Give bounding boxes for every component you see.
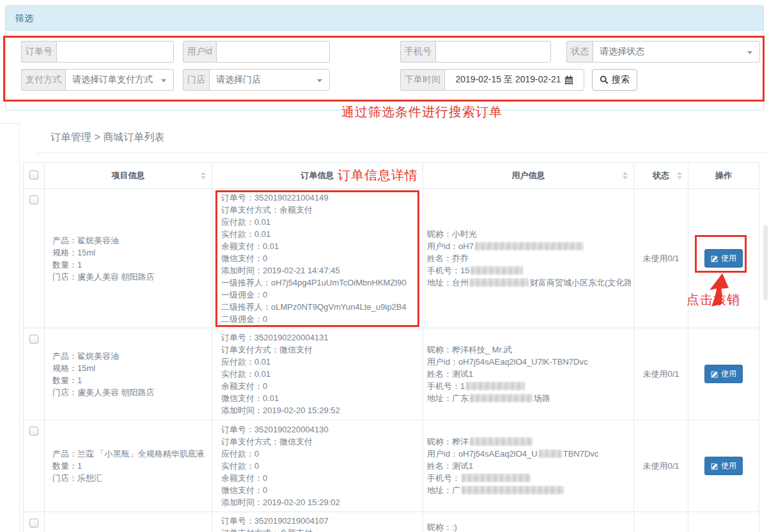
header-project-info[interactable]: 项目信息 bbox=[45, 163, 212, 189]
pay-method-label: 支付方式 bbox=[21, 69, 65, 91]
table-row: 产品：鲨烷美容油规格：15ml数量：1门店：虞美人美容 朝阳路店 订单号：352… bbox=[24, 189, 759, 328]
scrollbar-thumb[interactable] bbox=[763, 225, 768, 300]
order-admin-page: 筛选 订单号 用户id 手机号 状态 请选择状态 bbox=[0, 0, 769, 532]
edit-icon bbox=[711, 462, 719, 470]
row-checkbox[interactable] bbox=[29, 519, 38, 528]
content-panel: 订单管理 > 商城订单列表 项目信息 订单信息 bbox=[19, 123, 769, 532]
table-row: 订单号：3520190219004107订单支付方式：余额支付 昵称：:) bbox=[24, 512, 759, 532]
user-id-label: 用户id bbox=[183, 41, 216, 63]
select-all-cell bbox=[24, 163, 45, 189]
filter-panel: 筛选 订单号 用户id 手机号 状态 请选择状态 bbox=[5, 5, 764, 110]
user-info-cell: 昵称：桦洋用户id：oH7j54sAEaq2lO4_UTBN7Dvc姓名：测试1… bbox=[423, 420, 634, 512]
header-action: 操作 bbox=[688, 163, 759, 189]
calendar-icon bbox=[564, 75, 573, 85]
status-cell bbox=[634, 512, 688, 532]
redacted-text bbox=[470, 266, 523, 275]
user-info-cell: 昵称：小时光用户id：oH7姓名：乔乔手机号：15地址：台州财富商贸城小区东北(… bbox=[423, 189, 634, 328]
store-select[interactable]: 请选择门店 bbox=[209, 69, 330, 91]
order-time-input[interactable]: 2019-02-15 至 2019-02-21 bbox=[444, 69, 584, 91]
filter-group-pay-method: 支付方式 请选择订单支付方式 bbox=[21, 69, 174, 91]
table-row: 产品：兰蔻 「小黑瓶」全规格精华肌底液数量：1门店：乐想汇 订单号：352019… bbox=[24, 420, 759, 512]
use-button[interactable]: 使用 bbox=[704, 365, 743, 383]
project-info-cell: 产品：鲨烷美容油规格：15ml数量：1门店：虞美人美容 朝阳路店 bbox=[45, 328, 212, 420]
store-select-value: 请选择门店 bbox=[216, 74, 261, 86]
filter-panel-body: 订单号 用户id 手机号 状态 请选择状态 支付方式 bbox=[6, 31, 763, 110]
order-info-cell: 订单号：3520190220004131订单支付方式：微信支付应付款：0.01实… bbox=[212, 328, 423, 420]
filter-group-store: 门店 请选择门店 bbox=[183, 69, 330, 91]
use-button[interactable]: 使用 bbox=[704, 249, 743, 268]
order-time-label: 下单时间 bbox=[400, 69, 444, 91]
search-button[interactable]: 搜索 bbox=[592, 69, 637, 91]
sort-icon bbox=[623, 172, 628, 179]
redacted-text bbox=[462, 474, 531, 482]
status-cell: 未使用0/1 bbox=[634, 189, 688, 328]
phone-label: 手机号 bbox=[400, 41, 435, 63]
row-checkbox[interactable] bbox=[29, 427, 38, 436]
status-select[interactable]: 请选择状态 bbox=[593, 41, 760, 63]
status-cell: 未使用0/1 bbox=[634, 420, 688, 512]
status-label: 状态 bbox=[566, 41, 593, 63]
user-info-cell: 昵称：桦洋科技_ Mr.武用户id：oH7j54sAEaq2lO4_U7lK-T… bbox=[423, 328, 634, 420]
divider bbox=[36, 153, 769, 153]
redacted-text bbox=[470, 394, 532, 402]
sort-icon bbox=[677, 172, 682, 179]
order-no-label: 订单号 bbox=[21, 41, 56, 63]
status-cell: 未使用0/1 bbox=[634, 328, 688, 420]
filter-panel-title: 筛选 bbox=[6, 6, 763, 31]
phone-input[interactable] bbox=[435, 41, 551, 63]
action-cell bbox=[688, 512, 759, 532]
filter-group-order-no: 订单号 bbox=[21, 41, 174, 63]
annotation-verify-note: 点击核销 bbox=[687, 291, 740, 308]
use-button-label: 使用 bbox=[721, 460, 736, 471]
use-button[interactable]: 使用 bbox=[704, 457, 743, 475]
status-select-value: 请选择状态 bbox=[600, 46, 644, 57]
date-range-value: 2019-02-15 至 2019-02-21 bbox=[455, 74, 561, 86]
row-checkbox[interactable] bbox=[29, 195, 38, 204]
filter-group-order-time: 下单时间 2019-02-15 至 2019-02-21 bbox=[400, 69, 584, 91]
row-checkbox[interactable] bbox=[29, 335, 38, 344]
order-info-cell: 订单号：3520190221004149订单支付方式：余额支付应付款：0.01实… bbox=[212, 189, 423, 328]
breadcrumb: 订单管理 > 商城订单列表 bbox=[50, 131, 769, 144]
chevron-down-icon bbox=[747, 51, 752, 54]
annotation-order-detail-note: 订单信息详情 bbox=[338, 167, 418, 184]
orders-table: 项目信息 订单信息 用户信息 状态 操作 bbox=[23, 162, 759, 532]
pay-method-select-value: 请选择订单支付方式 bbox=[72, 74, 153, 86]
annotation-filter-note: 通过筛选条件进行搜索订单 bbox=[341, 103, 502, 121]
use-button-label: 使用 bbox=[721, 253, 736, 264]
project-info-cell: 产品：鲨烷美容油规格：15ml数量：1门店：虞美人美容 朝阳路店 bbox=[45, 189, 212, 328]
pay-method-select[interactable]: 请选择订单支付方式 bbox=[65, 69, 174, 91]
chevron-down-icon bbox=[317, 79, 322, 82]
edit-icon bbox=[711, 255, 719, 262]
order-info-cell: 订单号：3520190220004130订单支付方式：微信支付应付款：0实付款：… bbox=[212, 420, 423, 512]
action-cell: 使用 bbox=[688, 420, 759, 512]
redacted-text bbox=[470, 437, 532, 446]
header-user-info[interactable]: 用户信息 bbox=[423, 163, 634, 189]
edit-icon bbox=[711, 370, 719, 378]
order-info-cell: 订单号：3520190219004107订单支付方式：余额支付 bbox=[212, 512, 423, 532]
user-info-cell: 昵称：:) bbox=[423, 512, 634, 532]
table-body: 产品：鲨烷美容油规格：15ml数量：1门店：虞美人美容 朝阳路店 订单号：352… bbox=[24, 189, 759, 532]
redacted-text bbox=[462, 486, 564, 494]
redacted-text bbox=[539, 450, 562, 458]
search-button-label: 搜索 bbox=[612, 74, 630, 86]
chevron-down-icon bbox=[161, 79, 166, 82]
order-no-input[interactable] bbox=[56, 41, 174, 63]
use-button-label: 使用 bbox=[721, 369, 736, 379]
redacted-text bbox=[466, 382, 525, 390]
filter-group-status: 状态 请选择状态 bbox=[566, 41, 760, 63]
store-label: 门店 bbox=[183, 69, 209, 91]
filter-group-phone: 手机号 bbox=[400, 41, 551, 63]
table-row: 产品：鲨烷美容油规格：15ml数量：1门店：虞美人美容 朝阳路店 订单号：352… bbox=[24, 328, 759, 420]
search-icon bbox=[600, 75, 609, 84]
filter-group-user-id: 用户id bbox=[183, 41, 330, 63]
project-info-cell: 产品：兰蔻 「小黑瓶」全规格精华肌底液数量：1门店：乐想汇 bbox=[45, 420, 212, 512]
project-info-cell bbox=[45, 512, 212, 532]
header-status[interactable]: 状态 bbox=[634, 163, 688, 189]
action-cell: 使用 bbox=[688, 328, 759, 420]
select-all-checkbox[interactable] bbox=[29, 171, 38, 179]
redacted-text bbox=[475, 242, 584, 250]
sort-icon bbox=[201, 172, 206, 179]
user-id-input[interactable] bbox=[216, 41, 330, 63]
redacted-text bbox=[470, 278, 529, 287]
